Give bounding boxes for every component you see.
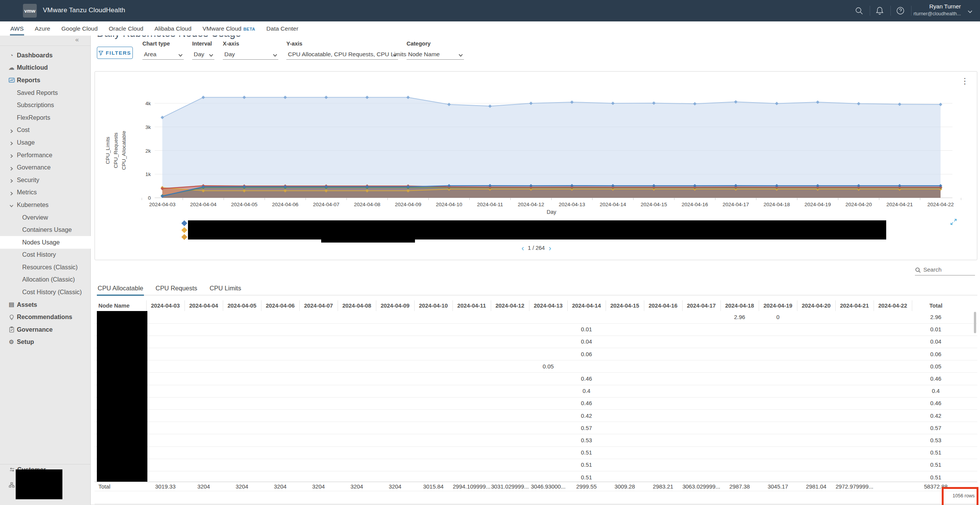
column-header-2024-04-20[interactable]: 2024-04-20 [797, 300, 835, 311]
cloud-tab-data-center[interactable]: Data Center [266, 22, 299, 36]
user-name[interactable]: Ryan Turner [861, 3, 961, 10]
column-header-2024-04-17[interactable]: 2024-04-17 [682, 300, 720, 311]
control-select-x-axis[interactable]: Day [223, 50, 278, 60]
column-header-2024-04-16[interactable]: 2024-04-16 [644, 300, 682, 311]
svg-text:CPU_Limits: CPU_Limits [105, 137, 111, 164]
table-row[interactable]: 2.9602.96 [95, 311, 977, 323]
table-row[interactable]: 0.050.05 [95, 360, 977, 373]
column-header-total[interactable]: Total [912, 300, 960, 311]
collapse-sidebar-icon[interactable]: « [75, 36, 79, 44]
sidebar-item-containers-usage[interactable]: Containers Usage [0, 223, 91, 236]
sidebar-item-governance[interactable]: Governance [0, 323, 91, 336]
sidebar-item-usage[interactable]: Usage [0, 136, 91, 149]
cloud-tab-azure[interactable]: Azure [34, 22, 51, 36]
tab-cpu-allocatable[interactable]: CPU Allocatable [97, 284, 144, 295]
column-header-2024-04-03[interactable]: 2024-04-03 [146, 300, 185, 311]
column-header-2024-04-11[interactable]: 2024-04-11 [452, 300, 491, 311]
column-header-2024-04-22[interactable]: 2024-04-22 [874, 300, 912, 311]
search-input[interactable] [923, 266, 973, 273]
sidebar-item-flexreports[interactable]: FlexReports [0, 111, 91, 124]
sidebar-item-label: Dashboards [17, 52, 53, 59]
expand-chart-icon[interactable] [950, 218, 957, 225]
control-select-category[interactable]: Node Name [407, 50, 464, 60]
tab-cpu-limits[interactable]: CPU Limits [209, 284, 242, 295]
sidebar-item-security[interactable]: Security [0, 174, 91, 186]
column-header-2024-04-18[interactable]: 2024-04-18 [720, 300, 759, 311]
swap-arrows-icon[interactable] [9, 467, 15, 474]
column-header-2024-04-15[interactable]: 2024-04-15 [606, 300, 644, 311]
sidebar-item-subscriptions[interactable]: Subscriptions [0, 99, 91, 111]
sidebar-item-allocation-classic[interactable]: Allocation (Classic) [0, 274, 91, 286]
tab-cpu-requests[interactable]: CPU Requests [155, 284, 198, 295]
sidebar-item-governance[interactable]: Governance [0, 161, 91, 174]
column-header-2024-04-09[interactable]: 2024-04-09 [376, 300, 414, 311]
svg-text:2024-04-05: 2024-04-05 [231, 202, 257, 207]
control-select-chart-type[interactable]: Area [142, 50, 184, 60]
value-cell [376, 471, 414, 482]
column-header-2024-04-04[interactable]: 2024-04-04 [185, 300, 223, 311]
table-row[interactable]: 0.510.51 [95, 459, 977, 471]
column-header-2024-04-19[interactable]: 2024-04-19 [759, 300, 797, 311]
column-header-2024-04-21[interactable]: 2024-04-21 [835, 300, 874, 311]
cloud-tab-google-cloud[interactable]: Google Cloud [61, 22, 98, 36]
table-row[interactable]: 0.40.4 [95, 385, 977, 397]
table-row[interactable]: 0.460.46 [95, 373, 977, 385]
sidebar-item-resources-classic[interactable]: Resources (Classic) [0, 261, 91, 274]
table-scrollbar[interactable] [974, 312, 976, 333]
filler-cell [960, 373, 977, 385]
table-row[interactable]: 0.510.51 [95, 446, 977, 459]
table-row[interactable]: 0.530.53 [95, 434, 977, 446]
column-header-2024-04-10[interactable]: 2024-04-10 [414, 300, 452, 311]
page-prev-icon[interactable]: ‹ [521, 244, 524, 252]
column-header-node-name[interactable]: Node Name [95, 300, 146, 311]
vmware-logo[interactable]: vmw [23, 4, 37, 18]
sidebar-item-assets[interactable]: ▤Assets [0, 298, 91, 311]
column-header-2024-04-05[interactable]: 2024-04-05 [223, 300, 261, 311]
table-row[interactable]: 0.510.51 [95, 471, 977, 482]
page-next-icon[interactable]: › [549, 244, 551, 252]
column-header-2024-04-08[interactable]: 2024-04-08 [338, 300, 376, 311]
sidebar-item-multicloud[interactable]: ☁Multicloud [0, 62, 91, 74]
table-row[interactable]: 0.040.04 [95, 336, 977, 348]
value-cell [146, 410, 185, 422]
cloud-tab-alibaba-cloud[interactable]: Alibaba Cloud [154, 22, 192, 36]
sidebar-item-kubernetes[interactable]: Kubernetes [0, 199, 91, 211]
value-cell [223, 422, 261, 434]
table-row[interactable]: 0.570.57 [95, 422, 977, 434]
value-cell [835, 410, 874, 422]
table-row[interactable]: 0.010.01 [95, 323, 977, 336]
filters-button[interactable]: FILTERS [97, 47, 133, 59]
sidebar-item-nodes-usage[interactable]: Nodes Usage [0, 236, 91, 249]
sidebar-item-setup[interactable]: ⚙Setup [0, 336, 91, 349]
search-icon [915, 267, 921, 273]
table-row[interactable]: 0.060.06 [95, 348, 977, 360]
sidebar-item-recommendations[interactable]: Recommendations [0, 311, 91, 323]
value-cell [452, 373, 491, 385]
org-tree-icon[interactable] [9, 482, 15, 488]
sidebar-item-saved-reports[interactable]: Saved Reports [0, 86, 91, 99]
sidebar-item-reports[interactable]: Reports [0, 74, 91, 86]
table-row[interactable]: 0.420.42 [95, 410, 977, 422]
sidebar-item-metrics[interactable]: Metrics [0, 186, 91, 199]
column-header-2024-04-06[interactable]: 2024-04-06 [261, 300, 299, 311]
sidebar-item-overview[interactable]: Overview [0, 211, 91, 224]
value-cell: 0.06 [567, 348, 606, 360]
column-header-2024-04-12[interactable]: 2024-04-12 [491, 300, 529, 311]
value-cell [682, 410, 720, 422]
sidebar-item-cost-history-classic[interactable]: Cost History (Classic) [0, 286, 91, 298]
column-header-2024-04-07[interactable]: 2024-04-07 [299, 300, 338, 311]
table-row[interactable]: 0.460.46 [95, 397, 977, 409]
column-header-2024-04-14[interactable]: 2024-04-14 [567, 300, 606, 311]
sidebar-item-cost-history[interactable]: Cost History [0, 249, 91, 261]
control-select-y-axis[interactable]: CPU Allocatable, CPU Requests, CPU Limit… [286, 50, 398, 60]
cloud-tab-vmware-cloud[interactable]: VMware CloudBETA [202, 22, 256, 36]
sidebar-item-performance[interactable]: Performance [0, 149, 91, 161]
value-cell [414, 397, 452, 409]
sidebar-item-dashboards[interactable]: ◔Dashboards [0, 49, 91, 62]
cloud-tab-aws[interactable]: AWS [10, 22, 24, 36]
cloud-tab-oracle-cloud[interactable]: Oracle Cloud [108, 22, 144, 36]
column-header-2024-04-13[interactable]: 2024-04-13 [529, 300, 567, 311]
control-select-interval[interactable]: Day [192, 50, 214, 60]
sidebar-item-cost[interactable]: Cost [0, 124, 91, 137]
chevron-down-icon[interactable] [967, 8, 973, 16]
